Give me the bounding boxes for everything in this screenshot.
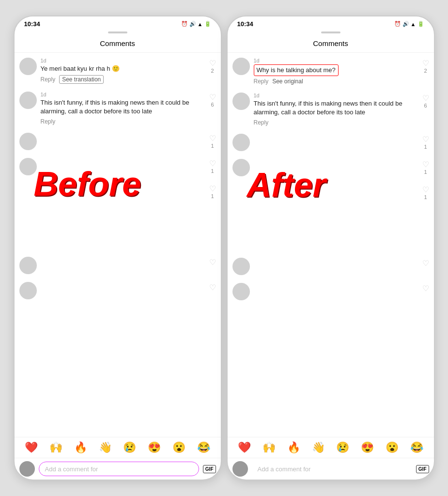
input-wrapper-before[interactable]: Add a comment for [39, 462, 199, 476]
comments-list-after: 1d Why is he talking about me? Reply See… [228, 53, 434, 437]
status-icons-before: ⏰ 🔊 ▲ 🔋 [181, 21, 211, 27]
before-phone: 10:34 ⏰ 🔊 ▲ 🔋 Comments 1d Ye meri baat k… [14, 16, 222, 480]
avatar-2-after [232, 93, 250, 110]
heart-count-5-before: ♡ 1 [209, 184, 216, 199]
emoji-fire-after[interactable]: 🔥 [287, 441, 300, 454]
heart-count-4-before: ♡ 1 [209, 159, 216, 174]
heart-num-3-after: 1 [424, 144, 427, 150]
heart-icon-4-before[interactable]: ♡ [209, 159, 216, 168]
comments-list-before: 1d Ye meri baat kyu kr rha h 🙂 Reply See… [15, 53, 221, 437]
comment-input-bar-after: Add a comment for GIF [228, 458, 434, 480]
battery-icon-after: 🔋 [417, 21, 424, 27]
reply-btn-1-after[interactable]: Reply [254, 78, 269, 85]
gif-btn-before[interactable]: GIF [203, 465, 216, 473]
comment-body-1-before: 1d Ye meri baat kyu kr rha h 🙂 Reply See… [41, 58, 216, 84]
reply-btn-2-before[interactable]: Reply [41, 118, 56, 125]
heart-icon-6-after[interactable]: ♡ [422, 259, 429, 268]
battery-icon: 🔋 [204, 21, 211, 27]
heart-num-1-after: 2 [424, 68, 427, 74]
heart-num-4-before: 1 [211, 168, 214, 174]
comment-actions-1-after: Reply See original [254, 78, 429, 85]
emoji-fire-before[interactable]: 🔥 [74, 441, 87, 454]
emoji-heart-before[interactable]: ❤️ [25, 441, 38, 454]
comment-row-7-before: ♡ [19, 277, 216, 302]
see-original-btn[interactable]: See original [272, 78, 303, 85]
comment-body-1-after: 1d Why is he talking about me? Reply See… [254, 58, 429, 85]
emoji-hands-after[interactable]: 🙌 [263, 441, 276, 454]
alarm-icon-after: ⏰ [394, 21, 401, 27]
comment-body-2-after: 1d This isn't funny, if this is making n… [254, 93, 429, 125]
emoji-hearts-after[interactable]: 😍 [361, 441, 374, 454]
avatar-3-before [19, 133, 37, 150]
avatar-7-before [19, 282, 37, 299]
emoji-cry-before[interactable]: 😢 [123, 441, 136, 454]
heart-num-5-before: 1 [211, 193, 214, 199]
emoji-wave-before[interactable]: 👋 [99, 441, 112, 454]
emoji-bar-after: ❤️ 🙌 🔥 👋 😢 😍 😮 😂 [228, 437, 434, 458]
status-time-before: 10:34 [24, 20, 40, 28]
heart-count-7-before: ♡ [209, 283, 216, 292]
heart-icon-3-before[interactable]: ♡ [209, 134, 216, 143]
heart-icon-5-before[interactable]: ♡ [209, 184, 216, 193]
comment-text-2-before: This isn't funny, if this is making news… [41, 98, 216, 116]
see-translation-btn[interactable]: See translation [59, 75, 104, 84]
reply-btn-1-before[interactable]: Reply [41, 76, 56, 83]
heart-icon-2-after[interactable]: ♡ [422, 93, 429, 103]
heart-count-1-after: ♡ 2 [422, 59, 429, 74]
reply-btn-2-after[interactable]: Reply [254, 119, 269, 126]
alarm-icon: ⏰ [181, 21, 188, 27]
heart-count-4-after: ♡ 1 [422, 160, 429, 175]
signal-icon: ▲ [198, 21, 203, 27]
comment-row-3-after: ♡ 1 [232, 129, 429, 154]
emoji-laugh-before[interactable]: 😂 [197, 441, 210, 454]
avatar-7-after [232, 283, 250, 300]
before-label: Before [34, 165, 141, 203]
input-avatar-before [19, 461, 35, 477]
audio-icon: 🔊 [189, 21, 196, 27]
heart-icon-7-after[interactable]: ♡ [422, 284, 429, 293]
comment-actions-1-before: Reply See translation [41, 75, 216, 84]
heart-num-5-after: 1 [424, 194, 427, 200]
comment-row-2-after: 1d This isn't funny, if this is making n… [232, 88, 429, 128]
avatar-6-after [232, 258, 250, 275]
heart-count-3-before: ♡ 1 [209, 134, 216, 149]
comments-header-before: Comments [15, 37, 221, 53]
emoji-wave-after[interactable]: 👋 [312, 441, 325, 454]
heart-icon-1-before[interactable]: ♡ [209, 59, 216, 68]
input-placeholder-before: Add a comment for [45, 465, 98, 473]
emoji-wow-before[interactable]: 😮 [172, 441, 185, 454]
emoji-hearts-before[interactable]: 😍 [148, 441, 161, 454]
heart-icon-1-after[interactable]: ♡ [422, 59, 429, 68]
heart-count-6-after: ♡ [422, 259, 429, 268]
heart-count-2-before: ♡ 6 [209, 93, 216, 108]
heart-icon-2-before[interactable]: ♡ [209, 93, 216, 102]
heart-icon-4-after[interactable]: ♡ [422, 160, 429, 169]
comment-row-6-before: ♡ [19, 252, 216, 277]
after-phone: 10:34 ⏰ 🔊 ▲ 🔋 Comments 1d Why is he talk… [227, 16, 435, 480]
emoji-cry-after[interactable]: 😢 [336, 441, 349, 454]
drag-handle-after [321, 31, 340, 33]
status-icons-after: ⏰ 🔊 ▲ 🔋 [394, 21, 424, 27]
status-time-after: 10:34 [237, 20, 253, 28]
comment-row-1-before: 1d Ye meri baat kyu kr rha h 🙂 Reply See… [19, 53, 216, 87]
drag-handle-before [108, 31, 127, 33]
gif-btn-after[interactable]: GIF [416, 465, 429, 473]
comment-text-translated: Why is he talking about me? [254, 64, 339, 76]
emoji-wow-after[interactable]: 😮 [386, 441, 399, 454]
input-wrapper-after[interactable]: Add a comment for [252, 462, 412, 476]
heart-icon-3-after[interactable]: ♡ [422, 135, 429, 144]
emoji-hands-before[interactable]: 🙌 [49, 441, 62, 454]
emoji-heart-after[interactable]: ❤️ [238, 441, 251, 454]
signal-icon-after: ▲ [411, 21, 416, 27]
comment-time-1-before: 1d [41, 58, 216, 63]
comment-time-2-after: 1d [254, 93, 429, 98]
comment-row-3-before: ♡ 1 [19, 128, 216, 153]
heart-icon-6-before[interactable]: ♡ [209, 258, 216, 267]
comment-input-bar-before: Add a comment for GIF [15, 458, 221, 480]
heart-num-4-after: 1 [424, 169, 427, 175]
heart-icon-7-before[interactable]: ♡ [209, 283, 216, 292]
emoji-laugh-after[interactable]: 😂 [410, 441, 423, 454]
heart-icon-5-after[interactable]: ♡ [422, 185, 429, 194]
audio-icon-after: 🔊 [402, 21, 409, 27]
comment-text-2-after: This isn't funny, if this is making news… [254, 99, 429, 117]
